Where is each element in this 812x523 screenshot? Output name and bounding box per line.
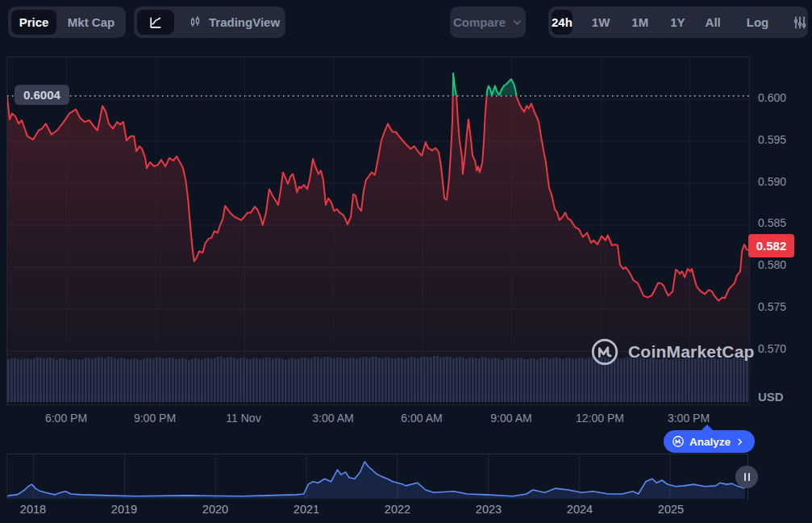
navigator-area-chart[interactable] [7,454,747,500]
range-24h-label: 24h [552,15,573,29]
timeline-navigator[interactable] [6,454,748,500]
watermark-text: CoinMarketCap [628,342,755,362]
price-tab[interactable]: Price [11,10,56,35]
navigator-year-tick: 2020 [202,503,228,516]
x-axis-tick: 9:00 PM [134,412,176,425]
chart-settings-sliders-icon [792,15,808,31]
navigator-year-tick: 2022 [385,503,410,516]
mktcap-tab[interactable]: Mkt Cap [56,15,126,30]
line-chart-icon [148,15,164,31]
x-axis-tick: 6:00 AM [401,412,442,425]
x-axis-tick: 12:00 PM [576,412,624,425]
navigator-year-tick: 2018 [20,503,46,516]
currency-unit-label: USD [758,390,784,404]
chart-type-toggle-group: TradingView [134,6,285,38]
navigator-year-tick: 2023 [476,503,502,516]
current-price-badge: 0.582 [748,234,794,257]
navigator-year-tick: 2025 [658,503,684,516]
y-axis-tick: 0.590 [758,175,786,188]
range-selector-group: 24h 1W 1M 1Y All Log [548,6,808,38]
range-24h-button[interactable]: 24h [552,10,573,35]
navigator-year-tick: 2019 [111,503,137,516]
navigator-year-tick: 2021 [294,503,319,516]
compare-label: Compare [453,15,506,29]
range-1w-button[interactable]: 1W [592,15,610,29]
open-price-label: 0.6004 [15,85,69,105]
mktcap-tab-label: Mkt Cap [68,15,115,29]
range-1y-button[interactable]: 1Y [670,15,685,29]
x-axis-tick: 6:00 PM [45,412,87,425]
y-axis-tick: 0.580 [758,258,786,271]
range-1m-button[interactable]: 1M [631,15,648,29]
price-chart-module: Price Mkt Cap TradingView Compare 24 [0,0,812,523]
price-mktcap-toggle-group: Price Mkt Cap [8,6,126,38]
log-scale-button[interactable]: Log [747,15,769,29]
compare-button[interactable]: Compare [450,6,526,38]
candlestick-icon [188,15,202,30]
coinmarketcap-logo-icon [589,337,620,367]
chevron-down-icon [512,17,523,27]
x-axis-tick: 9:00 AM [490,412,531,425]
y-axis-tick: 0.575 [758,300,786,313]
price-tab-label: Price [19,15,49,29]
chart-settings-button[interactable] [792,15,808,31]
y-axis-tick: 0.595 [758,133,786,146]
coinmarketcap-logo-icon [672,435,685,448]
x-axis-tick: 3:00 AM [312,412,353,425]
tradingview-button[interactable]: TradingView [188,15,280,30]
pause-drag-handle-icon [744,473,746,481]
tradingview-label: TradingView [209,15,280,29]
y-axis-tick: 0.570 [758,342,786,355]
analyze-button-label: Analyze [689,436,731,448]
analyze-button[interactable]: Analyze [664,430,755,453]
coinmarketcap-watermark: CoinMarketCap [589,337,755,367]
line-chart-button[interactable] [137,10,174,35]
range-all-button[interactable]: All [706,15,721,29]
y-axis-tick: 0.585 [758,216,786,229]
y-axis-tick: 0.600 [758,91,786,104]
navigator-drag-handle[interactable] [735,466,758,488]
navigator-year-tick: 2024 [567,503,593,516]
x-axis-tick: 11 Nov [226,412,260,425]
pause-drag-handle-icon [748,473,750,481]
chevron-right-icon [735,437,744,446]
x-axis-tick: 3:00 PM [668,412,710,425]
